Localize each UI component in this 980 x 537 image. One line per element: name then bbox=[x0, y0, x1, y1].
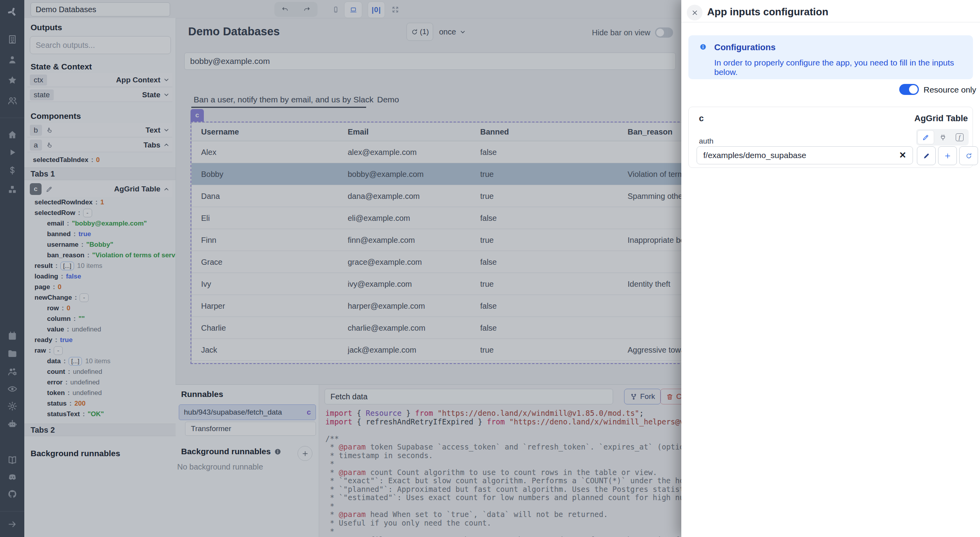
card-component-id: c bbox=[699, 113, 704, 124]
resource-only-toggle[interactable] bbox=[899, 84, 919, 95]
connect-mode-button[interactable] bbox=[935, 130, 951, 144]
resource-path: f/examples/demo_supabase bbox=[703, 151, 806, 160]
add-resource-button[interactable] bbox=[938, 146, 957, 165]
windmill-app-editor: Demo Databases |0| Outputs Search output… bbox=[0, 0, 980, 537]
component-input-card: c AgGrid Table auth f f/examples/demo_su… bbox=[688, 107, 973, 168]
clear-value-icon[interactable]: ✕ bbox=[899, 150, 906, 160]
info-body: In order to properly configure the app, … bbox=[714, 58, 973, 77]
app-inputs-drawer: App inputs configuration Configurations … bbox=[681, 0, 980, 537]
field-label-auth: auth bbox=[699, 137, 713, 146]
plus-icon bbox=[944, 152, 951, 160]
edit-resource-button[interactable] bbox=[917, 146, 936, 165]
auth-resource-input[interactable]: f/examples/demo_supabase ✕ bbox=[697, 146, 913, 164]
info-title: Configurations bbox=[714, 42, 775, 53]
eval-mode-button[interactable]: f bbox=[951, 130, 967, 144]
close-drawer-button[interactable] bbox=[687, 5, 702, 20]
info-icon bbox=[699, 43, 707, 51]
configurations-info-box: Configurations In order to properly conf… bbox=[688, 35, 973, 79]
pencil-icon bbox=[922, 134, 929, 141]
card-component-type: AgGrid Table bbox=[915, 113, 968, 124]
static-mode-button[interactable] bbox=[917, 130, 934, 144]
close-icon bbox=[691, 9, 699, 16]
function-icon: f bbox=[956, 133, 964, 141]
pencil-icon bbox=[923, 152, 930, 160]
plug-icon bbox=[939, 134, 947, 141]
refresh-resource-button[interactable] bbox=[959, 146, 978, 165]
drawer-divider bbox=[681, 22, 980, 22]
drawer-backdrop[interactable] bbox=[0, 0, 681, 537]
drawer-title: App inputs configuration bbox=[707, 6, 828, 18]
refresh-icon bbox=[965, 152, 973, 160]
resource-only-label: Resource only bbox=[924, 85, 976, 95]
input-mode-segmented-control: f bbox=[916, 129, 969, 146]
